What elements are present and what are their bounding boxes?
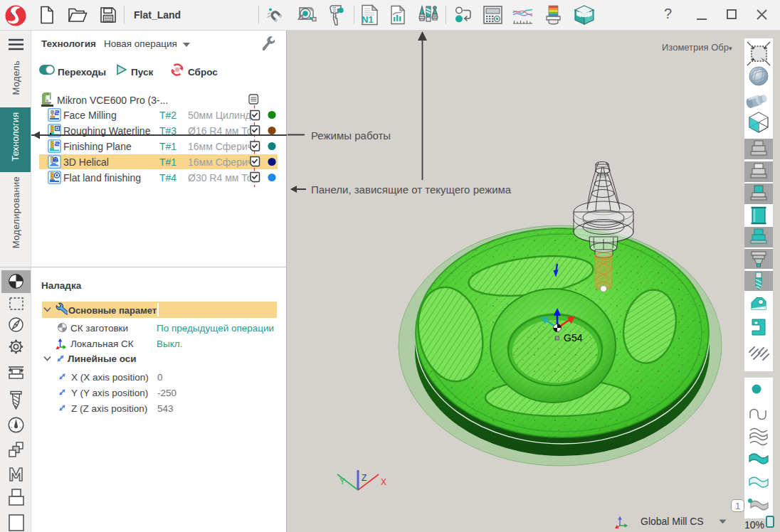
svg-text:Y: Y [339, 477, 345, 486]
svg-text:N1: N1 [362, 14, 374, 25]
svg-text:X: X [381, 477, 386, 487]
svg-text:Z: Z [362, 473, 367, 483]
svg-text:G54: G54 [564, 332, 583, 344]
